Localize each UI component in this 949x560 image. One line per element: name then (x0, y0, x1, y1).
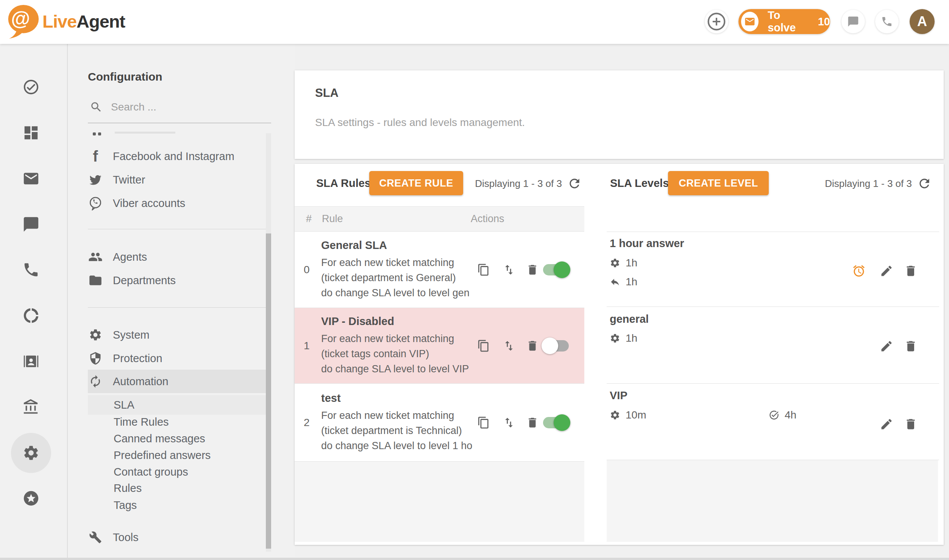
check-circle-icon (769, 410, 779, 420)
sidebar-item-sla[interactable]: SLA (88, 395, 268, 415)
check-circle-icon (22, 78, 40, 96)
config-scrollbar-thumb[interactable] (266, 233, 271, 549)
level-first-answer-chip: 1h (610, 257, 637, 269)
rule-enabled-toggle[interactable] (542, 414, 570, 431)
add-new-button[interactable] (705, 10, 728, 33)
liveagent-logo[interactable]: @ LiveAgent (5, 3, 125, 39)
rule-row-general-sla: 0 General SLA For each new ticket matchi… (295, 232, 584, 308)
copy-icon[interactable] (477, 416, 490, 429)
bank-icon (22, 398, 40, 416)
search-underline (88, 123, 271, 123)
level-next-reply-chip: 1h (610, 276, 637, 288)
delete-icon[interactable] (526, 263, 539, 276)
gear-icon (610, 258, 620, 268)
edit-icon[interactable] (880, 264, 893, 278)
sidebar-item-rules[interactable]: Rules (88, 480, 268, 496)
chats-button[interactable] (841, 10, 865, 33)
sidebar-item-canned-messages[interactable]: Canned messages (88, 430, 268, 447)
sidebar-item-agents[interactable]: Agents (88, 245, 268, 269)
delete-icon[interactable] (904, 264, 918, 278)
delete-icon[interactable] (904, 339, 918, 353)
sidebar-item-contact-groups[interactable]: Contact groups (88, 464, 268, 480)
viber-icon (88, 196, 103, 210)
delete-icon[interactable] (904, 417, 918, 431)
chat-icon (22, 216, 40, 233)
sidebar-item-automation[interactable]: Automation (88, 370, 268, 393)
envelope-icon (744, 16, 755, 27)
rule-enabled-toggle[interactable] (542, 337, 570, 355)
rail-item-rewards[interactable] (22, 490, 40, 507)
clipped-list-item-text (115, 132, 175, 134)
sla-rules-title: SLA Rules (316, 177, 371, 190)
level-first-answer-chip: 10m (610, 409, 646, 421)
sidebar-item-system[interactable]: System (88, 323, 268, 347)
automation-sync-icon (88, 375, 103, 388)
reorder-icon[interactable] (503, 339, 515, 352)
rail-item-online-visitors[interactable] (22, 307, 40, 324)
refresh-icon[interactable] (567, 176, 582, 191)
create-level-button[interactable]: CREATE LEVEL (668, 171, 769, 195)
clipped-list-item-icon (93, 132, 103, 136)
delete-icon[interactable] (526, 416, 539, 429)
sidebar-item-tags[interactable]: Tags (88, 497, 268, 513)
rail-item-settings[interactable] (22, 444, 40, 462)
sidebar-item-facebook-instagram[interactable]: f Facebook and Instagram (88, 145, 268, 168)
list-divider (88, 229, 271, 229)
delete-icon[interactable] (526, 339, 539, 352)
sidebar-item-protection[interactable]: Protection (88, 347, 268, 370)
rules-table-header: # Rule Actions (295, 206, 584, 232)
contact-card-icon (22, 353, 40, 370)
calls-button[interactable] (875, 10, 899, 33)
levels-displaying: Displaying 1 - 3 of 3 (825, 176, 932, 191)
phone-icon (881, 16, 893, 28)
user-avatar[interactable]: A (910, 9, 935, 34)
rule-description: General SLA For each new ticket matching… (321, 239, 482, 300)
levels-empty-area (607, 460, 938, 542)
rail-item-customers[interactable] (22, 353, 40, 370)
sidebar-item-time-rules[interactable]: Time Rules (88, 414, 268, 430)
wrench-icon (88, 531, 103, 544)
sidebar-item-viber[interactable]: Viber accounts (88, 191, 268, 215)
reorder-icon[interactable] (503, 263, 515, 276)
edit-icon[interactable] (880, 339, 893, 353)
create-rule-button[interactable]: CREATE RULE (369, 171, 463, 195)
rail-item-calls[interactable] (22, 261, 40, 278)
rail-item-tickets[interactable] (22, 170, 40, 187)
to-solve-button[interactable]: To solve 10 (738, 9, 830, 34)
to-solve-envelope-badge (741, 12, 759, 31)
rail-item-tasks[interactable] (22, 78, 40, 96)
gear-icon (610, 333, 620, 344)
rail-item-chats[interactable] (22, 216, 40, 233)
agents-icon (88, 250, 103, 264)
reorder-icon[interactable] (503, 416, 515, 429)
rule-row-test: 2 test For each new ticket matching (tic… (295, 384, 584, 462)
edit-icon[interactable] (880, 417, 893, 431)
refresh-icon[interactable] (917, 176, 932, 191)
rail-item-dashboard[interactable] (22, 124, 40, 142)
sidebar-item-predefined-answers[interactable]: Predefined answers (88, 447, 268, 464)
rail-item-billing[interactable] (22, 398, 40, 416)
sidebar-item-departments[interactable]: Departments (88, 269, 268, 292)
departments-icon (88, 273, 103, 288)
sidebar-item-tools[interactable]: Tools (88, 526, 268, 549)
shield-icon (88, 352, 103, 365)
copy-icon[interactable] (477, 339, 490, 352)
search-input[interactable] (110, 98, 256, 116)
sla-main-card: SLA Rules CREATE RULE Displaying 1 - 3 o… (295, 164, 944, 545)
copy-icon[interactable] (477, 263, 490, 276)
rule-enabled-toggle[interactable] (542, 261, 570, 278)
rule-description: VIP - Disabled For each new ticket match… (321, 315, 482, 376)
mail-icon (22, 170, 40, 187)
phone-icon (22, 261, 40, 278)
chat-bubble-icon (847, 16, 859, 28)
sidebar-item-twitter[interactable]: Twitter (88, 168, 268, 191)
rules-displaying: Displaying 1 - 3 of 3 (475, 176, 582, 191)
level-resolution-chip: 4h (769, 409, 796, 421)
level-divider (607, 383, 939, 384)
column-header-actions: Actions (471, 207, 504, 231)
page-header-card: SLA SLA settings - rules and levels mana… (295, 70, 944, 159)
level-divider (607, 232, 939, 232)
alarm-icon[interactable] (852, 264, 866, 278)
rule-order: 0 (304, 264, 310, 276)
plus-circle-icon (706, 11, 727, 32)
